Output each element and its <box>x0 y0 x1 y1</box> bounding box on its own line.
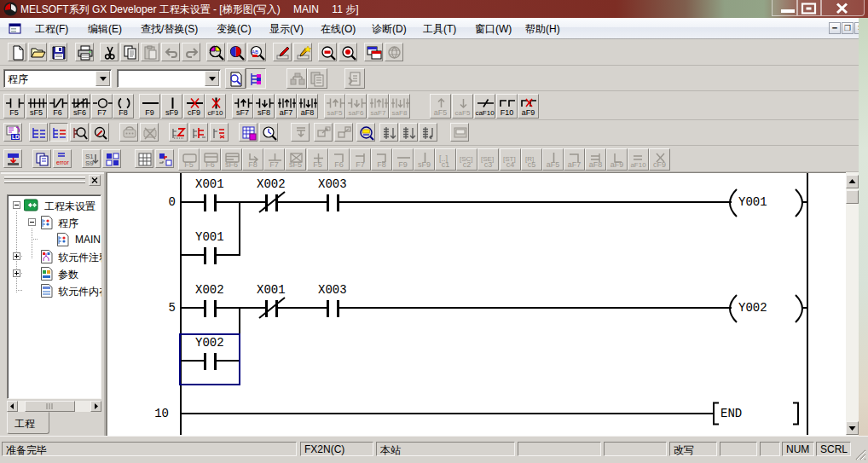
svg-text:LD: LD <box>12 134 20 140</box>
svg-text:AB: AB <box>252 49 258 55</box>
svg-text:error: error <box>56 159 69 165</box>
